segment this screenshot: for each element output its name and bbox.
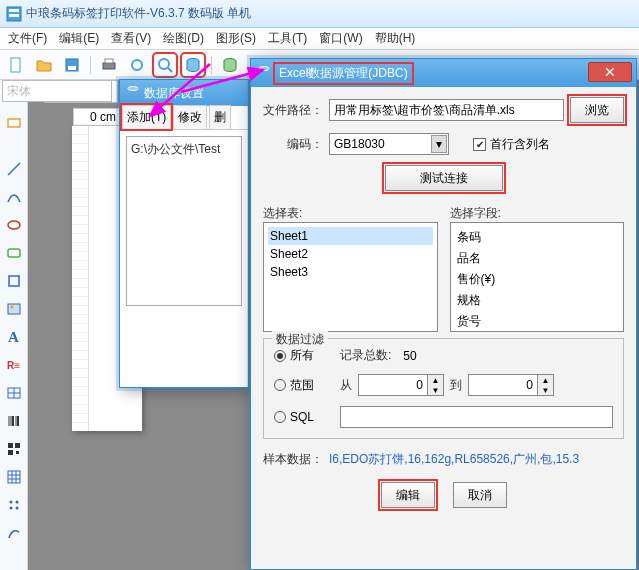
db-settings-tabs: 添加(T) 修改 删 (120, 106, 248, 130)
field-listbox[interactable]: 条码 品名 售价(¥) 规格 货号 (450, 222, 625, 332)
radio-sql[interactable]: SQL (274, 410, 314, 424)
browse-button[interactable]: 浏览 (570, 97, 624, 123)
line-tool-icon[interactable] (5, 160, 23, 178)
menu-window[interactable]: 窗口(W) (319, 30, 362, 47)
list-item[interactable]: Sheet3 (268, 263, 433, 281)
select-table-col: 选择表: Sheet1 Sheet2 Sheet3 (263, 205, 438, 332)
svg-point-37 (9, 501, 12, 504)
radio-dot-icon (274, 350, 286, 362)
svg-rect-7 (105, 59, 113, 63)
tab-delete[interactable]: 删 (209, 105, 231, 129)
menu-draw[interactable]: 绘图(D) (163, 30, 204, 47)
tab-add[interactable]: 添加(T) (122, 105, 171, 129)
count-value: 50 (403, 349, 416, 363)
to-input[interactable] (468, 374, 538, 396)
ellipse-tool-icon[interactable] (5, 216, 23, 234)
menu-help[interactable]: 帮助(H) (375, 30, 416, 47)
app-title: 中琅条码标签打印软件-V6.3.7 数码版 单机 (26, 5, 251, 22)
filepath-input[interactable] (329, 99, 564, 121)
cancel-button[interactable]: 取消 (453, 482, 507, 508)
radio-all-label: 所有 (290, 347, 314, 364)
save-icon[interactable] (62, 55, 82, 75)
misc-tool-icon[interactable] (5, 524, 23, 542)
to-spinner[interactable]: ▲▼ (468, 374, 554, 396)
menu-shape[interactable]: 图形(S) (216, 30, 256, 47)
table-tool-icon[interactable] (5, 384, 23, 402)
point-tool-icon[interactable] (5, 496, 23, 514)
rounded-rect-tool-icon[interactable] (5, 244, 23, 262)
settings-icon[interactable] (127, 55, 147, 75)
from-spinner[interactable]: ▲▼ (358, 374, 444, 396)
db-settings-icon (126, 85, 140, 102)
spinner-buttons[interactable]: ▲▼ (428, 374, 444, 396)
image-tool-icon[interactable] (5, 300, 23, 318)
print-icon[interactable] (99, 55, 119, 75)
curve-tool-icon[interactable] (5, 188, 23, 206)
label-from: 从 (340, 377, 352, 394)
grid-tool-icon[interactable] (5, 468, 23, 486)
excel-jdbc-titlebar[interactable]: Excel数据源管理(JDBC) ✕ (251, 59, 636, 87)
polygon-tool-icon[interactable] (5, 272, 23, 290)
from-input[interactable] (358, 374, 428, 396)
list-item[interactable]: 条码 (455, 227, 620, 248)
rect-tool-icon[interactable] (5, 114, 23, 132)
db2-icon[interactable] (220, 55, 240, 75)
sql-input[interactable] (340, 406, 613, 428)
edit-button[interactable]: 编辑 (381, 482, 435, 508)
list-item[interactable]: 售价(¥) (455, 269, 620, 290)
list-item[interactable]: Sheet1 (268, 227, 433, 245)
barcode-tool-icon[interactable] (5, 412, 23, 430)
row-filepath: 文件路径： 浏览 (263, 97, 624, 123)
db-settings-dialog: 数据库设置 添加(T) 修改 删 G:\办公文件\Test (119, 79, 249, 388)
label-count: 记录总数: (340, 347, 391, 364)
list-item[interactable]: 品名 (455, 248, 620, 269)
excel-jdbc-content: 文件路径： 浏览 编码： GB18030 ▾ ✔ 首行含列名 测试连接 选择表:… (251, 87, 636, 569)
svg-point-38 (15, 501, 18, 504)
app-icon (6, 6, 22, 22)
radio-all[interactable]: 所有 (274, 347, 314, 364)
qrcode-tool-icon[interactable] (5, 440, 23, 458)
svg-point-39 (9, 507, 12, 510)
firstrow-label: 首行含列名 (490, 136, 550, 153)
open-icon[interactable] (34, 55, 54, 75)
database-icon[interactable] (183, 55, 203, 75)
db-source-list[interactable]: G:\办公文件\Test (126, 136, 242, 306)
table-listbox[interactable]: Sheet1 Sheet2 Sheet3 (263, 222, 438, 332)
excel-jdbc-title-wrap: Excel数据源管理(JDBC) (275, 64, 412, 83)
excel-jdbc-icon (257, 65, 271, 82)
spinner-buttons[interactable]: ▲▼ (538, 374, 554, 396)
firstrow-checkbox[interactable]: ✔ 首行含列名 (473, 136, 550, 153)
text-tool-icon[interactable]: A (5, 328, 23, 346)
excel-jdbc-title: Excel数据源管理(JDBC) (279, 66, 408, 80)
menu-tool[interactable]: 工具(T) (268, 30, 307, 47)
svg-rect-6 (103, 63, 115, 69)
list-item[interactable]: Sheet2 (268, 245, 433, 263)
test-connection-button[interactable]: 测试连接 (385, 165, 503, 191)
list-item[interactable]: G:\办公文件\Test (131, 141, 237, 158)
radio-dot-icon (274, 411, 286, 423)
row-filter-range: 范围 从 ▲▼ 到 ▲▼ (274, 374, 613, 396)
list-item[interactable]: 规格 (455, 290, 620, 311)
list-item[interactable]: 货号 (455, 311, 620, 332)
close-button[interactable]: ✕ (588, 62, 632, 82)
new-doc-icon[interactable] (6, 55, 26, 75)
row-test: 测试连接 (263, 165, 624, 191)
encoding-select[interactable]: GB18030 ▾ (329, 133, 449, 155)
tab-modify[interactable]: 修改 (173, 105, 207, 129)
svg-rect-17 (9, 276, 19, 286)
menu-file[interactable]: 文件(F) (8, 30, 47, 47)
label-to: 到 (450, 377, 462, 394)
preview-icon[interactable] (155, 55, 175, 75)
select-field-col: 选择字段: 条码 品名 售价(¥) 规格 货号 (450, 205, 625, 332)
menu-edit[interactable]: 编辑(E) (59, 30, 99, 47)
svg-point-9 (159, 59, 169, 69)
richtext-tool-icon[interactable]: R≡ (5, 356, 23, 374)
db-settings-titlebar[interactable]: 数据库设置 (120, 80, 248, 106)
font-select[interactable]: 宋体 (2, 80, 112, 102)
chevron-down-icon[interactable]: ▾ (431, 135, 447, 153)
svg-rect-31 (16, 451, 19, 454)
label-select-table: 选择表: (263, 205, 438, 222)
radio-range[interactable]: 范围 (274, 377, 314, 394)
svg-point-42 (128, 86, 138, 90)
menu-view[interactable]: 查看(V) (111, 30, 151, 47)
